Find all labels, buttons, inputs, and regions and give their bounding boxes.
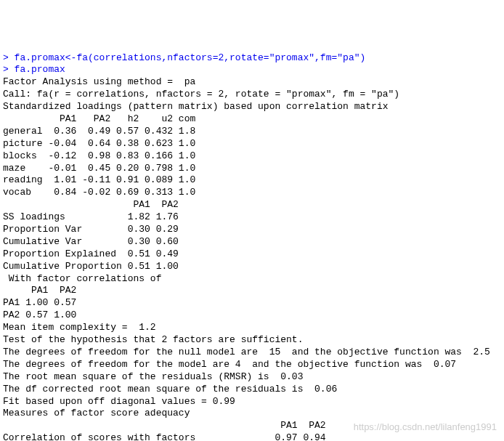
console-output-line: PA1 PA2 [3, 420, 501, 432]
console-output-line: picture -0.04 0.64 0.38 0.623 1.0 [3, 138, 501, 150]
console-output-line: PA1 PA2 [3, 199, 501, 211]
console-output-line: general 0.36 0.49 0.57 0.432 1.8 [3, 126, 501, 138]
console-output-line: With factor correlations of [3, 273, 501, 286]
console-output-line: Test of the hypothesis that 2 factors ar… [3, 334, 501, 347]
console-output-line: Proportion Explained 0.51 0.49 [3, 248, 501, 261]
console-output-line: The df corrected root mean square of the… [3, 384, 501, 396]
console-output-line: The root mean square of the residuals (R… [3, 371, 501, 384]
console-output-line: reading 1.01 -0.11 0.91 0.089 1.0 [3, 174, 501, 187]
console-output-line: Fit based upon off diagonal values = 0.9… [3, 396, 501, 408]
console-output-line: Standardized loadings (pattern matrix) b… [3, 101, 501, 113]
console-output-line: Call: fa(r = correlations, nfactors = 2,… [3, 89, 501, 101]
console-output-line: SS loadings 1.82 1.76 [3, 211, 501, 224]
console-output-line: Cumulative Proportion 0.51 1.00 [3, 261, 501, 273]
console-output-line: Cumulative Var 0.30 0.60 [3, 236, 501, 248]
r-console-output: > fa.promax<-fa(correlations,nfactors=2,… [3, 52, 501, 441]
console-output-line: The degrees of freedom for the model are… [3, 359, 501, 371]
console-output-line: vocab 0.84 -0.02 0.69 0.313 1.0 [3, 187, 501, 199]
console-output-line: Proportion Var 0.30 0.29 [3, 224, 501, 236]
console-output-line: Mean item complexity = 1.2 [3, 322, 501, 334]
console-output-line: PA1 1.00 0.57 [3, 297, 501, 309]
console-output-line: PA2 0.57 1.00 [3, 309, 501, 322]
console-output-line: blocks -0.12 0.98 0.83 0.166 1.0 [3, 150, 501, 163]
console-input-line: > fa.promax [3, 64, 501, 76]
console-output-line: Measures of factor score adequacy [3, 408, 501, 420]
console-output-line: Factor Analysis using method = pa [3, 76, 501, 89]
console-output-line: Correlation of scores with factors 0.97 … [3, 432, 501, 441]
console-input-line: > fa.promax<-fa(correlations,nfactors=2,… [3, 52, 501, 65]
console-output-line: PA1 PA2 h2 u2 com [3, 113, 501, 126]
console-output-line: maze -0.01 0.45 0.20 0.798 1.0 [3, 163, 501, 175]
console-output-line: The degrees of freedom for the null mode… [3, 347, 501, 359]
console-output-line: PA1 PA2 [3, 285, 501, 297]
